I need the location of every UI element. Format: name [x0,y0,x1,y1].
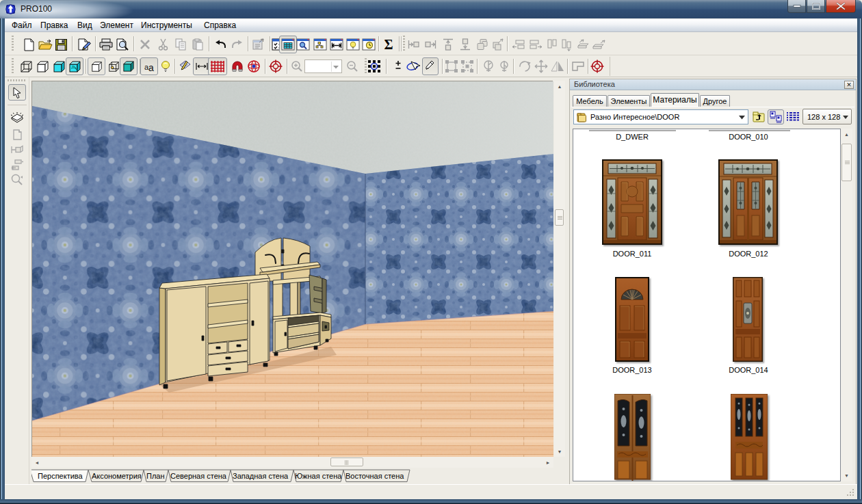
svg-text:Южная стена: Южная стена [295,472,342,480]
svg-text:План: План [146,472,165,480]
svg-text:Перспектива: Перспектива [38,472,83,480]
svg-text:Северная стена: Северная стена [170,472,227,480]
svg-text:Западная стена: Западная стена [233,472,289,480]
svg-text:a: a [148,62,154,72]
svg-text:Восточная стена: Восточная стена [345,472,404,480]
svg-text:Аксонометрия: Аксонометрия [92,472,142,480]
